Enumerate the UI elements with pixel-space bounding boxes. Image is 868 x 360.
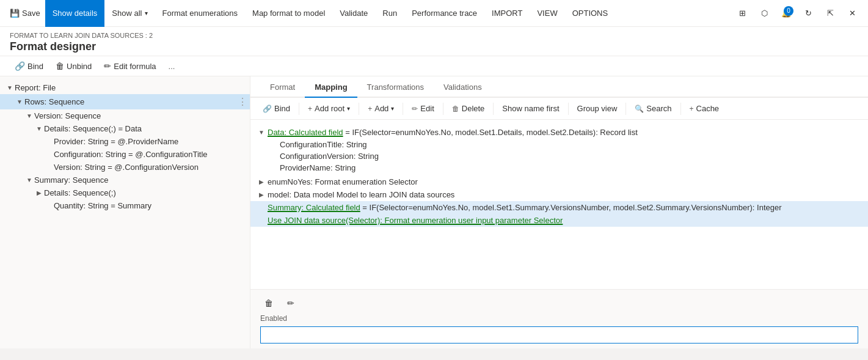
enum-no-yes-label: enumNoYes: Format enumeration Selector — [268, 177, 418, 186]
data-item-model[interactable]: ▶ model: Data model Model to learn JOIN … — [250, 188, 868, 201]
tree-item-provider-string[interactable]: Provider: String = @.ProviderName — [0, 135, 250, 148]
map-format-button[interactable]: Map format to model — [245, 0, 332, 27]
tree-item-summary-sequence[interactable]: ▼ Summary: Sequence — [0, 174, 250, 186]
plus-icon: + — [308, 105, 312, 113]
collapse-icon: ▼ — [34, 125, 44, 132]
separator — [299, 103, 299, 115]
show-name-first-button[interactable]: Show name first — [497, 101, 564, 116]
tree-item-details-sequence2[interactable]: ▶ Details: Sequence(;) — [0, 186, 250, 199]
tab-transformations[interactable]: Transformations — [357, 76, 434, 98]
right-panel: Format Mapping Transformations Validatio… — [250, 76, 868, 348]
data-item-use-join[interactable]: Use JOIN data source(Selector): Format e… — [250, 214, 868, 227]
page-header: FORMAT TO LEARN JOIN DATA SOURCES : 2 Fo… — [0, 27, 868, 56]
expand-icon: ▶ — [255, 190, 268, 198]
trash-icon: 🗑 — [452, 105, 459, 113]
collapse-icon: ▼ — [15, 98, 24, 105]
edit-formula-button[interactable]: ✏ Edit formula — [99, 59, 161, 73]
bind-icon: 🔗 — [15, 61, 25, 71]
add-button[interactable]: + Add ▾ — [363, 101, 399, 116]
summary-name: Summary: Calculated field — [268, 203, 360, 212]
tree-item-version-sequence[interactable]: ▼ Version: Sequence — [0, 109, 250, 122]
refresh-icon: ↻ — [805, 9, 812, 18]
sub-item-config-version: ConfigurationVersion: String — [280, 150, 863, 162]
tab-format[interactable]: Format — [260, 76, 305, 98]
tree-item-report-file[interactable]: ▼ Report: File — [0, 81, 250, 94]
options-button[interactable]: OPTIONS — [565, 0, 616, 27]
sub-item-provider-name: ProviderName: String — [280, 162, 863, 174]
tree-item-configuration-string[interactable]: Configuration: String = @.ConfigurationT… — [0, 148, 250, 161]
run-button[interactable]: Run — [375, 0, 404, 27]
save-icon: 💾 — [10, 9, 20, 18]
more-options-button[interactable]: ... — [164, 59, 180, 73]
tab-validations[interactable]: Validations — [434, 76, 492, 98]
data-item-calculated[interactable]: ▼ Data: Calculated field = IF(Selector=e… — [250, 125, 868, 175]
page-title: Format designer — [10, 40, 858, 53]
enabled-label: Enabled — [260, 314, 858, 323]
trash-icon: 🗑 — [264, 298, 273, 308]
tree-item-version-string[interactable]: Version: String = @.ConfigurationVersion — [0, 161, 250, 174]
unbind-icon: 🗑 — [56, 61, 64, 71]
link-icon: 🔗 — [263, 105, 272, 113]
separator — [443, 103, 443, 115]
tree-item-quantity-string[interactable]: Quantity: String = Summary — [0, 199, 250, 212]
mapping-bind-button[interactable]: 🔗 Bind — [258, 101, 295, 116]
main-toolbar: 🔗 Bind 🗑 Unbind ✏ Edit formula ... — [0, 56, 868, 76]
bottom-edit-button[interactable]: ✏ — [282, 295, 299, 312]
format-tree-panel: ▼ Report: File ▼ Rows: Sequence ⋮ ▼ Vers… — [0, 76, 250, 348]
mapping-toolbar: 🔗 Bind + Add root ▾ + Add ▾ ✏ Edit — [250, 98, 868, 120]
office-icon-button[interactable]: ⬡ — [753, 2, 775, 24]
drag-handle[interactable]: ⋮ — [238, 96, 245, 108]
notification-badge: 0 — [784, 6, 793, 16]
separator — [403, 103, 403, 115]
unbind-button[interactable]: 🗑 Unbind — [51, 59, 97, 73]
collapse-icon: ▼ — [255, 128, 268, 136]
bind-button[interactable]: 🔗 Bind — [10, 59, 48, 73]
add-root-button[interactable]: + Add root ▾ — [303, 101, 355, 116]
bottom-delete-button[interactable]: 🗑 — [260, 295, 277, 312]
office-icon: ⬡ — [761, 9, 768, 18]
model-label: model: Data model Model to learn JOIN da… — [268, 190, 454, 199]
use-join-label: Use JOIN data source(Selector): Format e… — [268, 216, 563, 225]
edit-button[interactable]: ✏ Edit — [407, 101, 439, 116]
data-item-enum-no-yes[interactable]: ▶ enumNoYes: Format enumeration Selector — [250, 175, 868, 188]
tree-item-details-sequence[interactable]: ▼ Details: Sequence(;) = Data — [0, 122, 250, 135]
close-button[interactable]: ✕ — [841, 2, 863, 24]
import-button[interactable]: IMPORT — [484, 0, 530, 27]
plus-icon: + — [690, 105, 694, 113]
open-in-new-icon: ⇱ — [827, 9, 834, 18]
notifications-button[interactable]: 🔔 0 — [775, 2, 797, 24]
collapse-icon: ▼ — [24, 177, 34, 183]
show-details-button[interactable]: Show details — [45, 0, 105, 27]
top-nav: 💾 Save Show details Show all ▾ Format en… — [0, 0, 868, 27]
tab-bar: Format Mapping Transformations Validatio… — [250, 76, 868, 98]
separator — [680, 103, 681, 115]
grid-icon-button[interactable]: ⊞ — [731, 2, 753, 24]
plus-icon: + — [368, 105, 372, 113]
validate-button[interactable]: Validate — [332, 0, 375, 27]
tree-item-rows-sequence[interactable]: ▼ Rows: Sequence ⋮ — [0, 94, 250, 109]
expand-icon — [255, 203, 268, 204]
grid-icon: ⊞ — [739, 9, 746, 18]
delete-button[interactable]: 🗑 Delete — [447, 101, 490, 116]
separator — [359, 103, 359, 115]
group-view-button[interactable]: Group view — [572, 101, 622, 116]
data-sources-tree: ▼ Data: Calculated field = IF(Selector=e… — [250, 120, 868, 289]
view-button[interactable]: VIEW — [530, 0, 564, 27]
data-source-name: Data: Calculated field — [268, 128, 343, 137]
expand-icon: ▶ — [34, 189, 44, 196]
enabled-input[interactable] — [260, 326, 858, 343]
performance-trace-button[interactable]: Performance trace — [404, 0, 484, 27]
cache-button[interactable]: + Cache — [685, 101, 724, 116]
show-all-button[interactable]: Show all ▾ — [104, 0, 155, 27]
data-item-summary-calculated[interactable]: Summary: Calculated field = IF(Selector=… — [250, 201, 868, 214]
sub-item-config-title: ConfigurationTitle: String — [280, 139, 863, 150]
format-enumerations-button[interactable]: Format enumerations — [155, 0, 246, 27]
refresh-button[interactable]: ↻ — [797, 2, 819, 24]
chevron-down-icon: ▾ — [391, 105, 394, 112]
save-button[interactable]: 💾 Save — [5, 0, 45, 27]
search-button[interactable]: 🔍 Search — [630, 101, 676, 116]
breadcrumb: FORMAT TO LEARN JOIN DATA SOURCES : 2 — [10, 32, 858, 39]
open-in-new-button[interactable]: ⇱ — [819, 2, 841, 24]
tab-mapping[interactable]: Mapping — [305, 76, 357, 98]
main-content: ▼ Report: File ▼ Rows: Sequence ⋮ ▼ Vers… — [0, 76, 868, 348]
